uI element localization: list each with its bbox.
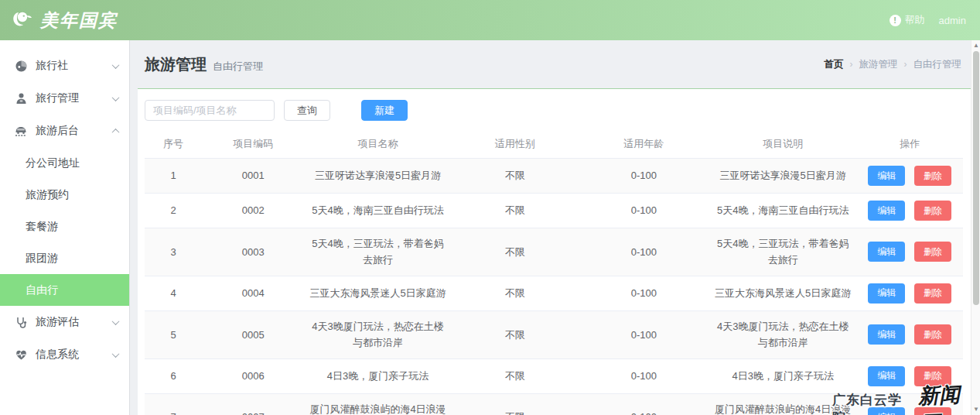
scroll-up-arrow-icon[interactable]: ▲ bbox=[971, 41, 980, 50]
scroll-down-arrow-icon[interactable]: ▼ bbox=[971, 405, 980, 414]
top-header: 美年国宾 ! 帮助 admin bbox=[0, 0, 980, 40]
table-row: 7 0007 厦门风灌醉鼓浪屿的海4日浪漫游 不限 0-100 厦门风灌醉鼓浪屿… bbox=[145, 393, 963, 415]
chevron-down-icon bbox=[112, 61, 120, 69]
breadcrumb-current: 自由行管理 bbox=[913, 58, 962, 71]
sidebar-item-label: 旅行管理 bbox=[36, 91, 113, 105]
edit-button[interactable]: 编辑 bbox=[868, 166, 905, 186]
search-input[interactable] bbox=[145, 100, 275, 121]
delete-button[interactable]: 删除 bbox=[914, 324, 951, 345]
sidebar-subitem-free-travel-active[interactable]: 自由行 bbox=[0, 274, 129, 306]
query-button[interactable]: 查询 bbox=[284, 100, 330, 121]
edit-button[interactable]: 编辑 bbox=[868, 324, 905, 345]
cell-gender: 不限 bbox=[452, 228, 579, 276]
cell-name: 4日3晚，厦门亲子玩法 bbox=[304, 358, 451, 393]
chevron-up-icon bbox=[112, 128, 120, 135]
chevron-down-icon bbox=[112, 317, 120, 325]
col-header-gender: 适用性别 bbox=[452, 132, 579, 159]
cell-name: 5天4晚，三亚玩法，带着爸妈去旅行 bbox=[304, 228, 451, 276]
cell-code: 0007 bbox=[202, 393, 304, 415]
cell-code: 0005 bbox=[202, 310, 304, 358]
cell-gender: 不限 bbox=[452, 276, 579, 310]
cell-gender: 不限 bbox=[452, 159, 579, 194]
breadcrumb-home[interactable]: 首页 bbox=[825, 58, 844, 71]
breadcrumb-travel-management[interactable]: 旅游管理 bbox=[859, 58, 898, 71]
sidebar-item-label: 旅行社 bbox=[36, 59, 113, 73]
chevron-down-icon bbox=[112, 350, 120, 358]
delete-button[interactable]: 删除 bbox=[914, 407, 951, 415]
col-header-actions: 操作 bbox=[856, 132, 963, 159]
breadcrumb: 首页 › 旅游管理 › 自由行管理 bbox=[825, 58, 962, 71]
cell-desc: 5天4晚，海南三亚自由行玩法 bbox=[709, 194, 856, 228]
sidebar-item-travel-management[interactable]: 旅行管理 bbox=[0, 82, 129, 115]
table-header-row: 序号 项目编码 项目名称 适用性别 适用年龄 项目说明 操作 bbox=[145, 132, 963, 159]
cell-actions: 编辑 删除 bbox=[856, 194, 963, 228]
brand: 美年国宾 bbox=[11, 9, 118, 33]
cell-code: 0001 bbox=[202, 159, 304, 194]
cell-no: 5 bbox=[145, 310, 202, 358]
cell-age: 0-100 bbox=[579, 310, 709, 358]
brand-title: 美年国宾 bbox=[40, 9, 118, 33]
cell-no: 3 bbox=[145, 228, 202, 276]
cell-no: 2 bbox=[145, 194, 202, 228]
cell-desc: 三亚大东海风景迷人5日家庭游 bbox=[709, 276, 856, 310]
col-header-desc: 项目说明 bbox=[709, 132, 856, 159]
sidebar-subitem-travel-booking[interactable]: 旅游预约 bbox=[0, 179, 129, 211]
sidebar-subitem-group-tour[interactable]: 跟团游 bbox=[0, 242, 129, 274]
user-menu[interactable]: admin bbox=[939, 15, 966, 26]
cell-code: 0006 bbox=[202, 358, 304, 393]
sidebar-item-info-system[interactable]: 信息系统 bbox=[0, 338, 129, 371]
sidebar-subitem-label: 套餐游 bbox=[26, 220, 58, 234]
table-card: 查询 新建 序号 项目编码 项目名称 适用性别 适用年龄 项目说明 操作 bbox=[138, 88, 971, 415]
pie-chart-icon bbox=[14, 59, 28, 73]
cell-actions: 编辑 删除 bbox=[856, 159, 963, 194]
sidebar-item-label: 旅游评估 bbox=[36, 315, 113, 329]
heart-pulse-icon bbox=[14, 348, 28, 362]
table-row: 2 0002 5天4晚，海南三亚自由行玩法 不限 0-100 5天4晚，海南三亚… bbox=[145, 194, 963, 228]
cell-gender: 不限 bbox=[452, 393, 579, 415]
cell-actions: 编辑 删除 bbox=[856, 310, 963, 358]
sidebar-subitem-branch-address[interactable]: 分公司地址 bbox=[0, 147, 129, 179]
col-header-code: 项目编码 bbox=[202, 132, 304, 159]
sidebar-item-travel-evaluation[interactable]: 旅游评估 bbox=[0, 306, 129, 338]
sidebar-subitem-label: 跟团游 bbox=[26, 252, 58, 266]
cell-code: 0002 bbox=[202, 194, 304, 228]
delete-button[interactable]: 删除 bbox=[914, 201, 951, 221]
cell-no: 1 bbox=[145, 159, 202, 194]
delete-button[interactable]: 删除 bbox=[914, 366, 951, 386]
sidebar-item-label: 旅游后台 bbox=[36, 124, 113, 138]
scrollbar-thumb[interactable] bbox=[973, 51, 979, 305]
cell-desc: 4天3晚厦门玩法，热恋在土楼与都市沿岸 bbox=[709, 310, 856, 358]
toolbar: 查询 新建 bbox=[145, 100, 963, 121]
delete-button[interactable]: 删除 bbox=[914, 166, 951, 186]
edit-button[interactable]: 编辑 bbox=[868, 407, 905, 415]
sidebar-subitem-package-tour[interactable]: 套餐游 bbox=[0, 211, 129, 242]
page-subtitle: 自由行管理 bbox=[213, 60, 263, 72]
create-button[interactable]: 新建 bbox=[361, 100, 408, 121]
help-icon: ! bbox=[890, 15, 901, 26]
edit-button[interactable]: 编辑 bbox=[868, 366, 905, 386]
table-row: 3 0003 5天4晚，三亚玩法，带着爸妈去旅行 不限 0-100 5天4晚，三… bbox=[145, 228, 963, 276]
delete-button[interactable]: 删除 bbox=[914, 283, 951, 304]
cell-name: 三亚呀诺达享浪漫5日蜜月游 bbox=[304, 159, 451, 194]
cell-gender: 不限 bbox=[452, 194, 579, 228]
edit-button[interactable]: 编辑 bbox=[868, 283, 905, 304]
vertical-scrollbar: ▲ ▼ bbox=[971, 40, 980, 415]
help-link[interactable]: ! 帮助 bbox=[890, 13, 925, 27]
projects-table: 序号 项目编码 项目名称 适用性别 适用年龄 项目说明 操作 1 0001 bbox=[145, 132, 963, 415]
cell-desc: 三亚呀诺达享浪漫5日蜜月游 bbox=[709, 159, 856, 194]
cell-code: 0003 bbox=[202, 228, 304, 276]
sidebar-item-travel-backend[interactable]: 旅游后台 bbox=[0, 115, 129, 147]
edit-button[interactable]: 编辑 bbox=[868, 242, 905, 262]
cell-name: 4天3晚厦门玩法，热恋在土楼与都市沿岸 bbox=[304, 310, 451, 358]
chevron-down-icon bbox=[112, 94, 120, 101]
cell-age: 0-100 bbox=[579, 194, 709, 228]
cell-gender: 不限 bbox=[452, 358, 579, 393]
delete-button[interactable]: 删除 bbox=[914, 242, 951, 262]
edit-button[interactable]: 编辑 bbox=[868, 201, 905, 221]
cell-desc: 4日3晚，厦门亲子玩法 bbox=[709, 358, 856, 393]
sidebar-item-travel-agency[interactable]: 旅行社 bbox=[0, 50, 129, 82]
user-icon bbox=[14, 91, 28, 105]
stethoscope-icon bbox=[14, 315, 28, 329]
cell-no: 4 bbox=[145, 276, 202, 310]
table-row: 4 0004 三亚大东海风景迷人5日家庭游 不限 0-100 三亚大东海风景迷人… bbox=[145, 276, 963, 310]
